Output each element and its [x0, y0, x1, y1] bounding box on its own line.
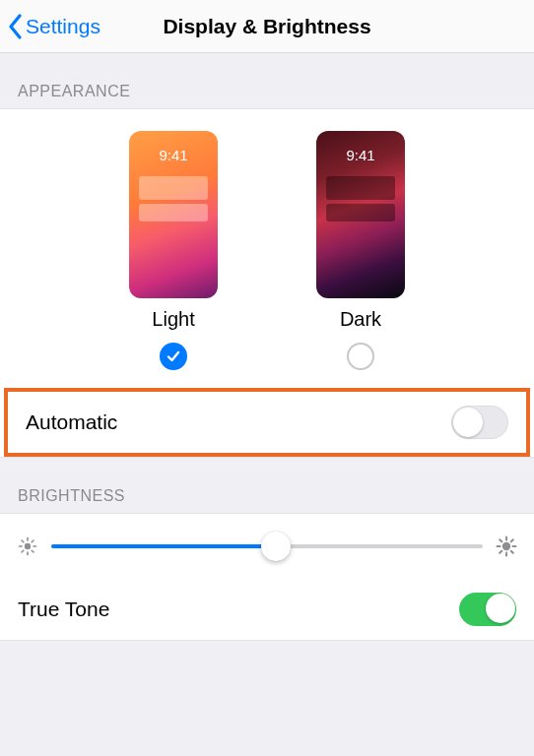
sun-small-icon: [16, 535, 39, 558]
automatic-row: Automatic: [4, 388, 530, 457]
brightness-panel: True Tone: [0, 513, 534, 641]
switch-knob: [486, 594, 515, 623]
preview-widget: [139, 176, 208, 200]
dark-label: Dark: [340, 308, 381, 331]
dark-preview: 9:41: [316, 131, 405, 298]
preview-time-dark: 9:41: [316, 147, 405, 163]
preview-widget: [326, 176, 395, 200]
svg-line-14: [500, 539, 501, 541]
automatic-label: Automatic: [26, 410, 117, 434]
slider-fill: [51, 544, 276, 548]
true-tone-switch[interactable]: [459, 593, 516, 626]
chevron-left-icon: [8, 14, 24, 39]
appearance-header: Appearance: [0, 53, 534, 108]
slider-thumb[interactable]: [261, 532, 291, 561]
svg-line-5: [22, 540, 24, 542]
back-button[interactable]: Settings: [0, 14, 100, 39]
light-label: Light: [152, 308, 194, 331]
dark-radio[interactable]: [347, 343, 374, 370]
preview-widget: [326, 204, 395, 221]
back-label: Settings: [26, 15, 100, 38]
checkmark-icon: [166, 348, 181, 364]
preview-widget: [139, 204, 208, 221]
brightness-slider[interactable]: [51, 532, 483, 561]
brightness-slider-row: [0, 514, 534, 579]
true-tone-row: True Tone: [0, 579, 534, 640]
appearance-option-light[interactable]: 9:41 Light: [129, 131, 218, 370]
svg-line-7: [22, 550, 24, 552]
appearance-options: 9:41 Light 9:41 Dark: [0, 109, 534, 388]
automatic-switch[interactable]: [451, 406, 508, 439]
navbar: Settings Display & Brightness: [0, 0, 534, 53]
sun-large-icon: [495, 535, 518, 558]
preview-time-light: 9:41: [129, 147, 218, 163]
true-tone-label: True Tone: [18, 598, 109, 621]
brightness-header: Brightness: [0, 458, 534, 513]
svg-point-0: [25, 543, 31, 549]
svg-line-16: [500, 551, 501, 553]
svg-point-9: [502, 542, 510, 550]
light-preview: 9:41: [129, 131, 218, 298]
switch-knob: [453, 408, 483, 437]
light-radio[interactable]: [160, 343, 187, 370]
appearance-panel: 9:41 Light 9:41 Dark Automatic: [0, 108, 534, 458]
svg-line-15: [511, 551, 513, 553]
svg-line-17: [511, 539, 513, 541]
svg-line-6: [32, 550, 33, 552]
appearance-option-dark[interactable]: 9:41 Dark: [316, 131, 405, 370]
svg-line-8: [32, 540, 33, 542]
